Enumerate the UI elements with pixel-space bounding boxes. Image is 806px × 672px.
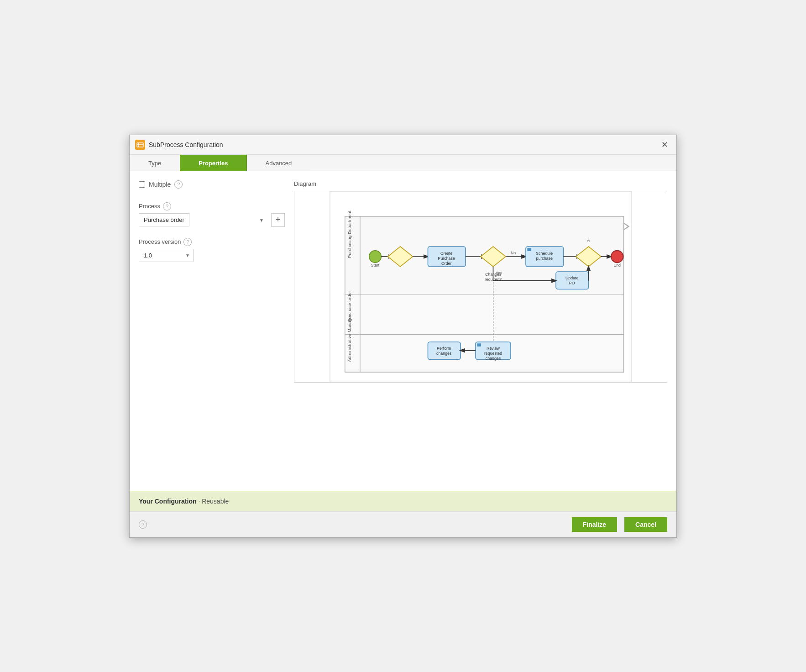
multiple-help-icon[interactable]: ?: [174, 180, 183, 189]
left-panel: Multiple ? Process ? Purchase order +: [139, 180, 285, 482]
multiple-checkbox[interactable]: [139, 181, 145, 188]
svg-text:PO: PO: [569, 280, 575, 285]
svg-text:Start: Start: [371, 263, 380, 268]
svg-text:Review: Review: [487, 346, 500, 350]
dialog: SubProcess Configuration ✕ Type Properti…: [129, 135, 677, 538]
multiple-label: Multiple: [149, 181, 171, 188]
config-type: Reusable: [202, 498, 229, 505]
svg-text:requested: requested: [484, 351, 502, 355]
finalize-button[interactable]: Finalize: [572, 517, 617, 532]
process-version-field-group: Process version ? 1.0: [139, 238, 285, 262]
add-process-button[interactable]: +: [271, 213, 285, 227]
right-panel: Diagram Purchasing Department: [294, 180, 667, 482]
title-bar: SubProcess Configuration ✕: [130, 135, 676, 155]
action-buttons: Finalize Cancel: [572, 517, 667, 532]
main-content: Multiple ? Process ? Purchase order +: [130, 171, 676, 491]
diagram-label: Diagram: [294, 180, 667, 187]
cancel-button[interactable]: Cancel: [624, 517, 667, 532]
multiple-row: Multiple ?: [139, 180, 285, 189]
svg-text:Schedule: Schedule: [536, 251, 553, 255]
config-title: Your Configuration: [139, 498, 197, 505]
svg-text:Update: Update: [565, 275, 578, 280]
process-select-wrapper: Purchase order: [139, 213, 267, 226]
process-version-select[interactable]: 1.0: [139, 249, 194, 262]
diagram-svg: Purchasing Department Purchase order Adm…: [294, 191, 667, 382]
svg-text:End: End: [613, 263, 621, 268]
close-button[interactable]: ✕: [659, 139, 671, 151]
tab-type[interactable]: Type: [130, 155, 180, 171]
svg-text:Purchase: Purchase: [438, 256, 455, 260]
process-field-group: Process ? Purchase order +: [139, 202, 285, 227]
svg-text:Create: Create: [440, 251, 453, 255]
svg-rect-53: [477, 343, 481, 346]
svg-point-15: [369, 250, 381, 262]
svg-text:purchase: purchase: [536, 256, 553, 260]
footer-config-text: Your Configuration · Reusable: [139, 498, 229, 505]
footer-config: Your Configuration · Reusable: [130, 491, 676, 511]
svg-point-38: [611, 250, 623, 262]
tab-properties[interactable]: Properties: [180, 155, 246, 171]
process-label: Process ?: [139, 202, 285, 210]
svg-text:changes: changes: [486, 356, 501, 360]
process-version-label: Process version ?: [139, 238, 285, 246]
svg-text:Administrative Manager: Administrative Manager: [347, 314, 352, 362]
process-select[interactable]: Purchase order: [139, 213, 189, 226]
svg-rect-31: [527, 248, 531, 251]
title-bar-left: SubProcess Configuration: [135, 140, 223, 150]
process-help-icon[interactable]: ?: [163, 202, 171, 210]
svg-text:No: No: [511, 250, 516, 255]
svg-rect-9: [345, 294, 624, 334]
svg-text:Order: Order: [441, 261, 452, 265]
version-select-wrapper: 1.0: [139, 249, 194, 262]
footer-buttons: ? Finalize Cancel: [130, 511, 676, 537]
process-select-row: Purchase order +: [139, 213, 285, 227]
subprocess-icon: [135, 140, 145, 150]
config-separator: ·: [198, 498, 200, 505]
footer-help-icon[interactable]: ?: [139, 520, 147, 529]
diagram-container: Purchasing Department Purchase order Adm…: [294, 191, 667, 383]
svg-text:Perform: Perform: [437, 346, 451, 350]
tab-advanced[interactable]: Advanced: [247, 155, 311, 171]
svg-text:Yes: Yes: [496, 270, 502, 275]
svg-text:A: A: [587, 238, 590, 242]
tab-bar: Type Properties Advanced: [130, 155, 676, 171]
svg-text:Purchasing Department: Purchasing Department: [347, 210, 352, 258]
dialog-title: SubProcess Configuration: [149, 141, 223, 148]
svg-text:changes: changes: [436, 351, 452, 355]
process-version-help-icon[interactable]: ?: [183, 238, 192, 246]
